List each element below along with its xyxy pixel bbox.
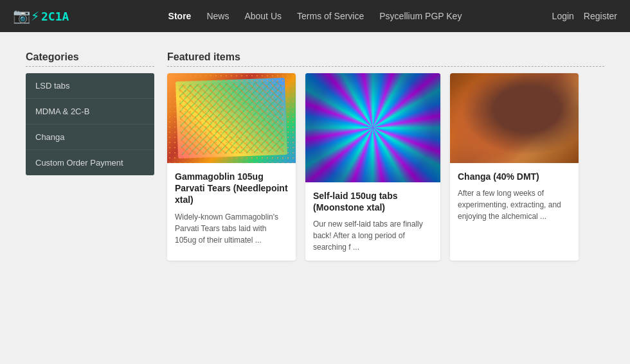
- sidebar-item-custom[interactable]: Custom Order Payment: [26, 150, 154, 175]
- sidebar-item-changa[interactable]: Changa: [26, 125, 154, 150]
- items-grid: Gammagoblin 105ug Parvati Tears (Needlep…: [167, 73, 604, 261]
- item-title-2: Changa (40% DMT): [458, 171, 571, 182]
- item-card-0[interactable]: Gammagoblin 105ug Parvati Tears (Needlep…: [167, 73, 296, 261]
- item-info-1: Self-laid 150ug tabs (Moonstone xtal) Ou…: [305, 182, 440, 261]
- featured-section: Featured items Gammagoblin 105ug Parvati…: [167, 51, 604, 261]
- featured-title: Featured items: [167, 51, 604, 67]
- register-link[interactable]: Register: [584, 11, 617, 21]
- main-nav: Store News About Us Terms of Service Psy…: [161, 0, 470, 32]
- login-link[interactable]: Login: [552, 11, 574, 21]
- nav-news[interactable]: News: [199, 0, 237, 32]
- sidebar: Categories LSD tabs MDMA & 2C-B Changa C…: [26, 51, 154, 261]
- logo: 📷⚡ 2C1A: [13, 6, 85, 26]
- item-desc-0: Widely-known Gammagoblin's Parvati Tears…: [175, 211, 288, 246]
- sidebar-item-lsd[interactable]: LSD tabs: [26, 73, 154, 99]
- item-desc-2: After a few long weeks of experimenting,…: [458, 187, 571, 222]
- item-info-0: Gammagoblin 105ug Parvati Tears (Needlep…: [167, 163, 296, 254]
- item-image-0: [167, 73, 296, 163]
- item-card-1[interactable]: Self-laid 150ug tabs (Moonstone xtal) Ou…: [305, 73, 440, 261]
- item-desc-1: Our new self-laid tabs are finally back!…: [313, 218, 433, 253]
- item-info-2: Changa (40% DMT) After a few long weeks …: [450, 163, 579, 230]
- header: 📷⚡ 2C1A Store News About Us Terms of Ser…: [0, 0, 630, 32]
- item-card-2[interactable]: Changa (40% DMT) After a few long weeks …: [450, 73, 579, 261]
- item-title-0: Gammagoblin 105ug Parvati Tears (Needlep…: [175, 171, 288, 206]
- svg-text:2C1A: 2C1A: [41, 10, 69, 23]
- item-title-1: Self-laid 150ug tabs (Moonstone xtal): [313, 190, 433, 213]
- logo-icon: 2C1A: [40, 6, 85, 26]
- main-content: Categories LSD tabs MDMA & 2C-B Changa C…: [0, 32, 630, 280]
- logo-text: 📷⚡: [13, 8, 40, 25]
- sidebar-item-mdma[interactable]: MDMA & 2C-B: [26, 99, 154, 125]
- nav-pgp[interactable]: Psycellium PGP Key: [372, 0, 469, 32]
- item-image-2: [450, 73, 579, 163]
- nav-store[interactable]: Store: [161, 0, 199, 32]
- sidebar-title: Categories: [26, 51, 154, 67]
- nav-about[interactable]: About Us: [237, 0, 289, 32]
- sidebar-menu: LSD tabs MDMA & 2C-B Changa Custom Order…: [26, 73, 154, 175]
- nav-tos[interactable]: Terms of Service: [289, 0, 372, 32]
- auth-links: Login Register: [552, 11, 617, 21]
- item-image-1: [305, 73, 440, 182]
